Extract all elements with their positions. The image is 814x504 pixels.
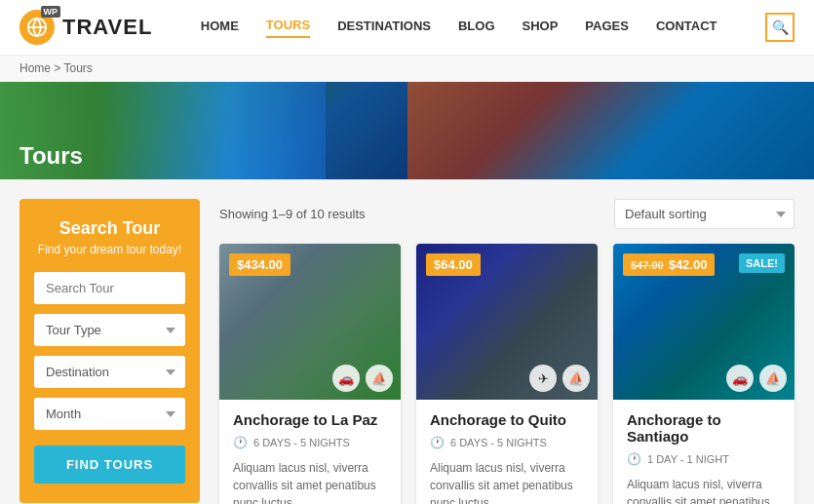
tour-old-price: $47.00 [631, 259, 664, 271]
results-header: Showing 1–9 of 10 results Default sortin… [219, 199, 795, 229]
nav-pages[interactable]: PAGES [585, 19, 629, 37]
car-icon: 🚗 [332, 365, 360, 392]
tour-icons: ✈ ⛵ [529, 365, 590, 392]
breadcrumb-home[interactable]: Home [19, 61, 51, 75]
tour-duration: 1 DAY - 1 NIGHT [647, 453, 729, 465]
tour-price-badge: $47.00 $42.00 [623, 253, 715, 276]
logo-icon: WP [19, 10, 55, 45]
tour-name: Anchorage to La Paz [233, 411, 387, 428]
nav-home[interactable]: HOME [201, 19, 239, 37]
sale-badge: SALE! [739, 253, 785, 273]
tour-card: $47.00 $42.00 SALE! 🚗 ⛵ Anchorage to San… [613, 244, 795, 504]
sidebar: Search Tour Find your dream tour today! … [19, 199, 200, 504]
hero-buildings-visual [407, 82, 815, 179]
nav-destinations[interactable]: DESTINATIONS [337, 19, 431, 37]
tour-image: $434.00 🚗 ⛵ [219, 244, 401, 400]
tour-meta: 🕐 1 DAY - 1 NIGHT [627, 452, 781, 466]
sort-select[interactable]: Default sorting Sort by popularity Sort … [614, 199, 795, 229]
tour-body: Anchorage to Santiago 🕐 1 DAY - 1 NIGHT … [613, 400, 795, 504]
search-box: Search Tour Find your dream tour today! … [19, 199, 200, 503]
nav-tours[interactable]: TOURS [266, 18, 310, 38]
logo-text: TRAVEL [62, 15, 152, 40]
logo-wp-badge: WP [41, 6, 61, 18]
tour-price-badge: $64.00 [426, 253, 481, 276]
tour-body: Anchorage to La Paz 🕐 6 DAYS - 5 NIGHTS … [219, 400, 401, 504]
search-box-subtitle: Find your dream tour today! [34, 243, 185, 256]
tour-duration: 6 DAYS - 5 NIGHTS [450, 437, 547, 448]
tour-card: $434.00 🚗 ⛵ Anchorage to La Paz 🕐 6 DAYS… [219, 244, 401, 504]
tour-icons: 🚗 ⛵ [726, 365, 787, 392]
nav-shop[interactable]: SHOP [523, 19, 559, 37]
boat-icon: ⛵ [759, 365, 787, 392]
tour-image: $47.00 $42.00 SALE! 🚗 ⛵ [613, 244, 795, 400]
tour-name: Anchorage to Quito [430, 411, 584, 428]
tour-meta: 🕐 6 DAYS - 5 NIGHTS [430, 436, 584, 449]
tour-content: Showing 1–9 of 10 results Default sortin… [219, 199, 795, 504]
breadcrumb-separator: > [54, 61, 63, 75]
hero-title: Tours [19, 142, 83, 170]
site-header: WP TRAVEL HOME TOURS DESTINATIONS BLOG S… [0, 0, 814, 56]
tour-name: Anchorage to Santiago [627, 411, 781, 445]
clock-icon: 🕐 [233, 436, 248, 449]
hero-banner: Tours [0, 82, 814, 179]
logo[interactable]: WP TRAVEL [19, 10, 152, 45]
search-input[interactable] [34, 272, 185, 304]
find-tours-button[interactable]: FIND TOURS [34, 446, 185, 484]
breadcrumb-current: Tours [63, 61, 92, 75]
boat-icon: ⛵ [562, 365, 590, 392]
clock-icon: 🕐 [627, 452, 641, 466]
tour-price-badge: $434.00 [229, 253, 291, 276]
tour-type-select[interactable]: Tour Type [34, 314, 185, 346]
nav-blog[interactable]: BLOG [458, 19, 495, 37]
tour-grid: $434.00 🚗 ⛵ Anchorage to La Paz 🕐 6 DAYS… [219, 244, 795, 504]
boat-icon: ⛵ [366, 365, 393, 392]
clock-icon: 🕐 [430, 436, 445, 449]
search-box-title: Search Tour [34, 218, 185, 239]
main-nav: HOME TOURS DESTINATIONS BLOG SHOP PAGES … [201, 18, 717, 38]
tour-image: $64.00 ✈ ⛵ [416, 244, 598, 400]
tour-price: $42.00 [669, 257, 708, 272]
main-content: Search Tour Find your dream tour today! … [0, 179, 814, 504]
search-button[interactable]: 🔍 [765, 13, 795, 42]
tour-body: Anchorage to Quito 🕐 6 DAYS - 5 NIGHTS A… [416, 400, 598, 504]
plane-icon: ✈ [529, 365, 557, 392]
car-icon: 🚗 [726, 365, 754, 392]
tour-description: Aliquam lacus nisl, viverra convallis si… [430, 459, 584, 504]
tour-card: $64.00 ✈ ⛵ Anchorage to Quito 🕐 6 DAYS -… [416, 244, 598, 504]
destination-select[interactable]: Destination [34, 356, 185, 388]
month-select[interactable]: Month [34, 398, 185, 430]
nav-contact[interactable]: CONTACT [656, 19, 717, 37]
breadcrumb: Home > Tours [0, 56, 814, 82]
tour-duration: 6 DAYS - 5 NIGHTS [253, 437, 350, 448]
tour-description: Aliquam lacus nisl, viverra convallis si… [627, 476, 781, 504]
tour-meta: 🕐 6 DAYS - 5 NIGHTS [233, 436, 387, 449]
results-count: Showing 1–9 of 10 results [219, 207, 366, 221]
tour-icons: 🚗 ⛵ [332, 365, 393, 392]
tour-description: Aliquam lacus nisl, viverra convallis si… [233, 459, 387, 504]
